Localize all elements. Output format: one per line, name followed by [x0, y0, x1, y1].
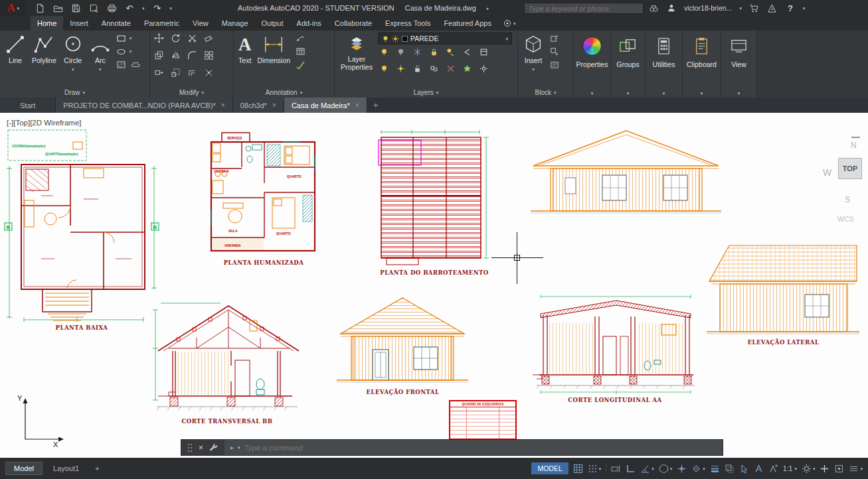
isometric-drafting-icon[interactable]: ▾ — [659, 464, 673, 474]
annotation-monitor-icon[interactable] — [820, 464, 829, 474]
ellipse-icon[interactable] — [115, 46, 128, 57]
command-input-area[interactable]: ▸ ▾ — [224, 444, 723, 452]
utilities-caret-icon[interactable]: ▾ — [663, 91, 665, 96]
explode-icon[interactable] — [203, 67, 215, 78]
model-tab[interactable]: Model — [5, 462, 43, 475]
groups-panel[interactable]: Groups ▾ — [611, 31, 646, 98]
layer-isolate-icon[interactable] — [394, 46, 407, 58]
array-icon[interactable] — [203, 50, 215, 61]
doc-title-caret-icon[interactable]: ▸ — [487, 6, 489, 11]
new-layout-button[interactable]: + — [90, 464, 104, 472]
annotation-panel-label[interactable]: Annotation▾ — [234, 87, 334, 98]
help-search-box[interactable] — [524, 3, 644, 14]
redo-icon[interactable]: ↷ — [152, 3, 163, 13]
offset-icon[interactable] — [186, 67, 199, 78]
planta-humanizada-drawing[interactable]: SERVIÇO COZINHA QUARTO SALA QUARTO VARAN… — [203, 131, 324, 257]
undo-icon[interactable]: ↶ — [124, 3, 135, 13]
ribbon-tab-home[interactable]: Home — [31, 16, 63, 31]
command-close-icon[interactable]: × — [199, 443, 203, 452]
osnap-caret-icon[interactable]: ▾ — [703, 466, 705, 471]
signin-user-icon[interactable] — [666, 3, 677, 13]
layer-lock-icon[interactable] — [428, 46, 440, 58]
annotation-autoscale-icon[interactable] — [768, 464, 778, 474]
file-tab-avcb-close-icon[interactable]: × — [221, 102, 225, 109]
trim-icon[interactable] — [186, 33, 199, 44]
command-line[interactable]: × ▸ ▾ — [181, 439, 723, 456]
help-icon[interactable]: ? — [785, 3, 796, 13]
workspace-gear-icon[interactable]: ▾ — [802, 464, 816, 474]
signin-username[interactable]: victor18-brien... — [684, 4, 732, 12]
annotation-visibility-icon[interactable] — [754, 464, 764, 474]
groups-caret-icon[interactable]: ▾ — [627, 91, 630, 96]
layer-delete-icon[interactable] — [444, 63, 457, 74]
file-tab-casa-close-icon[interactable]: × — [355, 102, 359, 109]
circle-caret-icon[interactable]: ▾ — [72, 67, 74, 72]
file-tab-start[interactable]: Start — [0, 98, 56, 113]
ribbon-tab-featured-apps[interactable]: Featured Apps — [437, 16, 498, 31]
elevacao-posterior-drawing[interactable] — [528, 127, 724, 220]
layer-off-icon[interactable] — [378, 46, 391, 58]
workspace-caret-icon[interactable]: ▾ — [813, 466, 816, 471]
model-space-button[interactable]: MODEL — [531, 462, 568, 474]
block-panel-label[interactable]: Block▾ — [518, 87, 573, 98]
dynamic-input-icon[interactable] — [611, 464, 621, 474]
create-block-icon[interactable] — [548, 46, 561, 57]
file-tab-avcb[interactable]: PROJETO DE COMBAT...NDIO (PARA AVCB)*× — [56, 98, 232, 113]
ribbon-display-toggle[interactable]: ▾ — [503, 16, 516, 31]
properties-caret-icon[interactable]: ▾ — [591, 91, 594, 96]
layer-prev-icon[interactable] — [461, 46, 474, 58]
object-snap-icon[interactable]: ▾ — [691, 464, 705, 474]
viewcube-dash[interactable] — [851, 137, 860, 138]
new-drawing-icon[interactable] — [35, 3, 45, 13]
customize-wrench-icon[interactable] — [209, 443, 218, 452]
app-menu-button[interactable]: A ▾ — [0, 0, 27, 16]
layer-current-icon[interactable] — [461, 63, 474, 74]
ribbon-tab-manage[interactable]: Manage — [215, 16, 255, 31]
circle-button[interactable]: Circle ▾ — [60, 33, 86, 87]
save-as-icon[interactable] — [88, 3, 99, 13]
layer-walk-icon[interactable] — [477, 46, 490, 58]
polyline-button[interactable]: Polyline — [30, 33, 58, 87]
rectangle-caret-icon[interactable]: ▾ — [130, 33, 142, 44]
command-recent-caret-icon[interactable]: ▾ — [238, 445, 240, 450]
command-input[interactable] — [244, 444, 717, 452]
quadro-esquadrias-table[interactable]: QUADRO DE ESQUADRIAS — [449, 400, 517, 440]
open-file-icon[interactable] — [52, 3, 63, 13]
ribbon-tab-collaborate[interactable]: Collaborate — [328, 16, 379, 31]
transparency-icon[interactable] — [725, 464, 735, 474]
layer-dropdown[interactable]: PAREDE ▾ — [378, 33, 512, 44]
arc-button[interactable]: Arc ▾ — [88, 33, 113, 87]
app-store-icon[interactable] — [767, 3, 778, 13]
grid-display-icon[interactable] — [573, 464, 583, 474]
polar-caret-icon[interactable]: ▾ — [651, 466, 654, 471]
ribbon-tab-express-tools[interactable]: Express Tools — [379, 16, 437, 31]
customize-status-icon[interactable]: ▾ — [849, 464, 863, 474]
signin-caret-icon[interactable]: ▾ — [739, 6, 742, 11]
search-binoculars-icon[interactable] — [648, 3, 659, 13]
qat-customize-caret-icon[interactable]: ▾ — [170, 6, 173, 11]
file-tab-casa[interactable]: Casa de Madeira*× — [284, 98, 367, 113]
rectangle-icon[interactable] — [115, 33, 128, 44]
cart-icon[interactable] — [749, 3, 760, 13]
text-button[interactable]: A Text — [236, 33, 254, 87]
barroteamento-drawing[interactable] — [372, 129, 497, 267]
table-icon[interactable] — [294, 46, 307, 57]
help-search-input[interactable] — [525, 5, 643, 13]
rotate-icon[interactable] — [169, 33, 182, 44]
ellipse-caret-icon[interactable]: ▾ — [130, 46, 142, 57]
new-tab-button[interactable]: + — [367, 98, 385, 113]
isolate-objects-icon[interactable] — [834, 464, 844, 474]
line-button[interactable]: Line — [3, 33, 28, 87]
ribbon-tab-parametric[interactable]: Parametric — [137, 16, 186, 31]
stretch-icon[interactable] — [153, 67, 165, 78]
layer-unlock-icon[interactable] — [411, 63, 424, 74]
snap-caret-icon[interactable]: ▾ — [599, 466, 602, 471]
modify-panel-label[interactable]: Modify▾ — [150, 87, 233, 98]
save-icon[interactable] — [70, 3, 81, 13]
move-icon[interactable] — [153, 33, 165, 44]
viewcube-wcs-menu[interactable]: WCS — [837, 215, 854, 223]
undo-caret-icon[interactable]: ▾ — [142, 6, 145, 11]
layer-match-icon[interactable] — [444, 46, 457, 58]
insert-block-button[interactable]: Insert ▾ — [521, 33, 546, 87]
elevacao-lateral-drawing[interactable] — [705, 240, 861, 337]
